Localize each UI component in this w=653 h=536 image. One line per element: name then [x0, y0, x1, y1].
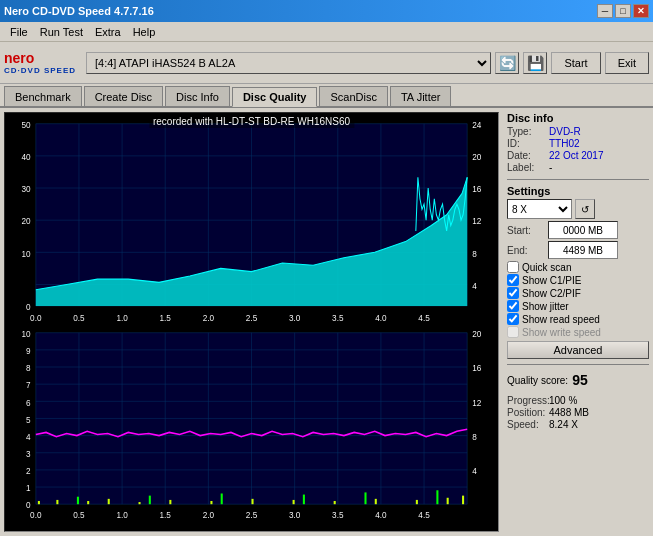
- show-read-label: Show read speed: [522, 314, 600, 325]
- disc-type-label: Type:: [507, 126, 545, 137]
- show-c2-row: Show C2/PIF: [507, 287, 649, 299]
- save-icon[interactable]: 💾: [523, 52, 547, 74]
- close-button[interactable]: ✕: [633, 4, 649, 18]
- progress-label: Progress:: [507, 395, 545, 406]
- svg-rect-75: [334, 501, 336, 504]
- divider-2: [507, 364, 649, 365]
- disc-date-row: Date: 22 Oct 2017: [507, 150, 649, 161]
- refresh-icon[interactable]: 🔄: [495, 52, 519, 74]
- app-title: Nero CD-DVD Speed 4.7.7.16: [4, 5, 154, 17]
- disc-id-label: ID:: [507, 138, 545, 149]
- tab-disc-quality[interactable]: Disc Quality: [232, 87, 318, 107]
- menu-bar: File Run Test Extra Help: [0, 22, 653, 42]
- svg-text:16: 16: [472, 184, 481, 194]
- svg-text:7: 7: [26, 380, 31, 390]
- position-row: Position: 4488 MB: [507, 407, 649, 418]
- svg-text:1.0: 1.0: [116, 510, 128, 520]
- disc-label-label: Label:: [507, 162, 545, 173]
- maximize-button[interactable]: □: [615, 4, 631, 18]
- show-read-checkbox[interactable]: [507, 313, 519, 325]
- svg-rect-71: [169, 500, 171, 504]
- disc-info-section: Disc info Type: DVD-R ID: TTH02 Date: 22…: [507, 112, 649, 174]
- disc-info-title: Disc info: [507, 112, 649, 124]
- drive-select[interactable]: [4:4] ATAPI iHAS524 B AL2A: [86, 52, 491, 74]
- settings-title: Settings: [507, 185, 649, 197]
- svg-text:30: 30: [22, 184, 31, 194]
- show-write-row: Show write speed: [507, 326, 649, 338]
- svg-rect-66: [38, 501, 40, 504]
- start-button[interactable]: Start: [551, 52, 600, 74]
- svg-rect-83: [303, 495, 305, 505]
- svg-text:4.0: 4.0: [375, 313, 387, 323]
- svg-text:50: 50: [22, 120, 31, 130]
- disc-type-row: Type: DVD-R: [507, 126, 649, 137]
- exit-button[interactable]: Exit: [605, 52, 649, 74]
- svg-text:12: 12: [472, 397, 481, 407]
- speed-refresh-icon[interactable]: ↺: [575, 199, 595, 219]
- quick-scan-checkbox[interactable]: [507, 261, 519, 273]
- show-write-checkbox[interactable]: [507, 326, 519, 338]
- menu-file[interactable]: File: [4, 25, 34, 39]
- svg-text:0.0: 0.0: [30, 313, 42, 323]
- svg-text:20: 20: [472, 329, 481, 339]
- show-c1-checkbox[interactable]: [507, 274, 519, 286]
- show-c2-checkbox[interactable]: [507, 287, 519, 299]
- svg-rect-70: [139, 502, 141, 504]
- svg-text:3.0: 3.0: [289, 510, 301, 520]
- speed-label: Speed:: [507, 419, 545, 430]
- svg-rect-80: [77, 497, 79, 505]
- divider-1: [507, 179, 649, 180]
- svg-text:0: 0: [26, 302, 31, 312]
- svg-rect-72: [210, 501, 212, 504]
- svg-rect-82: [221, 493, 223, 504]
- show-jitter-label: Show jitter: [522, 301, 569, 312]
- speed-row: 8 X Max 1 X 2 X 4 X 16 X ↺: [507, 199, 649, 219]
- start-input[interactable]: [548, 221, 618, 239]
- svg-text:3.0: 3.0: [289, 313, 301, 323]
- settings-section: Settings 8 X Max 1 X 2 X 4 X 16 X ↺ Star…: [507, 185, 649, 359]
- end-input[interactable]: [548, 241, 618, 259]
- quality-score-value: 95: [572, 372, 588, 388]
- disc-id-row: ID: TTH02: [507, 138, 649, 149]
- start-row: Start:: [507, 221, 649, 239]
- svg-text:5: 5: [26, 415, 31, 425]
- end-label: End:: [507, 245, 545, 256]
- position-label: Position:: [507, 407, 545, 418]
- tab-benchmark[interactable]: Benchmark: [4, 86, 82, 106]
- quick-scan-row: Quick scan: [507, 261, 649, 273]
- menu-run-test[interactable]: Run Test: [34, 25, 89, 39]
- svg-text:12: 12: [472, 216, 481, 226]
- progress-row: Progress: 100 %: [507, 395, 649, 406]
- menu-help[interactable]: Help: [127, 25, 162, 39]
- progress-val: 100 %: [549, 395, 577, 406]
- tab-disc-info[interactable]: Disc Info: [165, 86, 230, 106]
- svg-rect-77: [416, 500, 418, 504]
- show-jitter-checkbox[interactable]: [507, 300, 519, 312]
- tab-scandisc[interactable]: ScanDisc: [319, 86, 387, 106]
- svg-text:4.0: 4.0: [375, 510, 387, 520]
- logo-sub: CD·DVD SPEED: [4, 66, 76, 75]
- chart-svg: 50 40 30 20 10 0 24 20 16 12 8 4 0.0 0.5…: [5, 113, 498, 531]
- show-read-row: Show read speed: [507, 313, 649, 325]
- svg-text:10: 10: [22, 248, 31, 258]
- advanced-button[interactable]: Advanced: [507, 341, 649, 359]
- tab-ta-jitter[interactable]: TA Jitter: [390, 86, 452, 106]
- svg-text:4.5: 4.5: [418, 313, 430, 323]
- disc-label-val: -: [549, 162, 552, 173]
- svg-text:10: 10: [22, 329, 31, 339]
- show-c1-label: Show C1/PIE: [522, 275, 581, 286]
- disc-label-row: Label: -: [507, 162, 649, 173]
- minimize-button[interactable]: ─: [597, 4, 613, 18]
- svg-text:3: 3: [26, 449, 31, 459]
- menu-extra[interactable]: Extra: [89, 25, 127, 39]
- svg-text:4: 4: [472, 281, 477, 291]
- svg-text:0.5: 0.5: [73, 510, 85, 520]
- show-c2-label: Show C2/PIF: [522, 288, 581, 299]
- svg-rect-73: [252, 499, 254, 504]
- tab-create-disc[interactable]: Create Disc: [84, 86, 163, 106]
- window-controls: ─ □ ✕: [597, 4, 649, 18]
- speed-select[interactable]: 8 X Max 1 X 2 X 4 X 16 X: [507, 199, 572, 219]
- svg-text:2: 2: [26, 466, 31, 476]
- header: nero CD·DVD SPEED [4:4] ATAPI iHAS524 B …: [0, 42, 653, 84]
- disc-date-label: Date:: [507, 150, 545, 161]
